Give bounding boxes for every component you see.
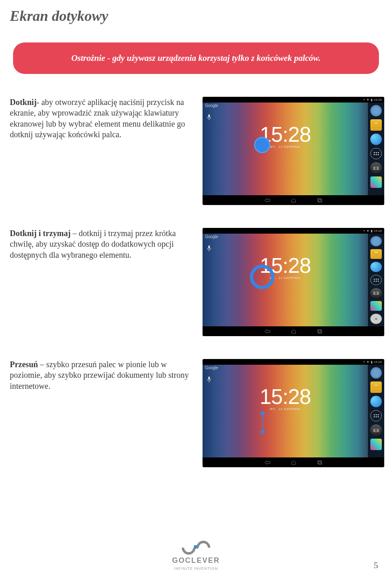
status-time: 15:28 bbox=[374, 229, 382, 233]
tap-indicator bbox=[254, 137, 270, 153]
wallpaper: Google 15:28 WT., 12 SIERPNIA bbox=[203, 365, 368, 457]
svg-rect-21 bbox=[318, 462, 322, 464]
svg-point-5 bbox=[375, 167, 377, 169]
app-dock bbox=[368, 365, 384, 457]
browser-icon[interactable] bbox=[370, 134, 382, 145]
page-number: 5 bbox=[374, 560, 378, 571]
recent-icon[interactable] bbox=[317, 329, 323, 334]
mail-icon[interactable] bbox=[370, 249, 382, 259]
gear-icon[interactable] bbox=[370, 314, 382, 324]
svg-point-13 bbox=[375, 318, 377, 320]
wallpaper: Google 15:28 WT., 12 SIERPNIA bbox=[203, 234, 368, 326]
apps-grid-icon[interactable] bbox=[370, 275, 382, 285]
status-bar: ⟡ ▼ ▮ 15:28 bbox=[203, 97, 384, 103]
bluetooth-icon: ⟡ bbox=[363, 229, 365, 233]
recent-icon[interactable] bbox=[317, 460, 323, 465]
camera-icon[interactable] bbox=[370, 424, 382, 436]
mail-icon[interactable] bbox=[370, 381, 382, 393]
google-search-label[interactable]: Google bbox=[205, 103, 218, 108]
camera-icon[interactable] bbox=[370, 236, 382, 246]
camera-icon[interactable] bbox=[370, 162, 382, 174]
home-icon[interactable] bbox=[291, 329, 296, 334]
home-icon[interactable] bbox=[291, 460, 296, 465]
clock-widget[interactable]: 15:28 WT., 12 SIERPNIA bbox=[260, 384, 311, 410]
back-icon[interactable] bbox=[265, 460, 270, 465]
voice-search-icon[interactable] bbox=[207, 245, 212, 252]
status-bar: ⟡ ▼ ▮ 15:28 bbox=[203, 228, 384, 234]
battery-icon: ▮ bbox=[371, 98, 372, 102]
hold-indicator bbox=[250, 265, 274, 289]
svg-rect-0 bbox=[208, 114, 210, 118]
logo-tagline: INFINITE INVENTION bbox=[174, 566, 218, 571]
status-bar: ⟡ ▼ ▮ 15:28 bbox=[203, 359, 384, 365]
swipe-arrow-indicator bbox=[262, 414, 263, 432]
warning-callout: Ostrożnie - gdy używasz urządzenia korzy… bbox=[13, 42, 379, 74]
svg-rect-20 bbox=[318, 461, 321, 464]
section-swipe: Przesuń – szybko przesuń palec w pionie … bbox=[7, 359, 385, 467]
navigation-bar bbox=[203, 457, 384, 467]
camera-icon[interactable] bbox=[370, 105, 382, 116]
wifi-icon: ▼ bbox=[366, 98, 370, 102]
section-hold-text: Dotknij i trzymaj – dotknij i trzymaj pr… bbox=[7, 228, 190, 260]
wifi-icon: ▼ bbox=[366, 360, 370, 364]
voice-search-icon[interactable] bbox=[207, 376, 212, 383]
gallery-icon[interactable] bbox=[370, 301, 382, 311]
back-icon[interactable] bbox=[265, 329, 270, 334]
battery-icon: ▮ bbox=[371, 360, 372, 364]
bluetooth-icon: ⟡ bbox=[363, 98, 365, 102]
voice-search-icon[interactable] bbox=[207, 114, 212, 120]
logo-mark bbox=[182, 541, 210, 555]
app-dock bbox=[368, 234, 384, 326]
section-tap-text: Dotknij- aby otworzyć aplikację naciśnij… bbox=[7, 97, 190, 140]
wallpaper: Google 15:28 WT., 12 SIERPNIA bbox=[203, 103, 368, 195]
navigation-bar bbox=[203, 326, 384, 336]
section-tap-bold: Dotknij bbox=[10, 98, 37, 107]
status-time: 15:28 bbox=[374, 360, 382, 364]
battery-icon: ▮ bbox=[371, 229, 372, 233]
svg-rect-6 bbox=[318, 198, 321, 201]
gallery-icon[interactable] bbox=[370, 439, 382, 450]
section-swipe-text: Przesuń – szybko przesuń palec w pionie … bbox=[7, 359, 190, 391]
svg-rect-7 bbox=[318, 199, 322, 202]
tablet-screenshot-swipe: ⟡ ▼ ▮ 15:28 Google 15:28 WT., 12 SIERPNI… bbox=[203, 359, 384, 467]
tablet-screenshot-hold: ⟡ ▼ ▮ 15:28 Google 15:28 WT., 12 SIERPNI… bbox=[203, 228, 384, 336]
bluetooth-icon: ⟡ bbox=[363, 360, 365, 364]
svg-rect-16 bbox=[208, 377, 210, 380]
svg-point-19 bbox=[375, 429, 377, 432]
browser-icon[interactable] bbox=[370, 396, 382, 407]
page-title: Ekran dotykowy bbox=[0, 0, 392, 25]
navigation-bar bbox=[203, 195, 384, 205]
logo-brand: GOCLEVER bbox=[172, 556, 220, 565]
gallery-icon[interactable] bbox=[370, 176, 382, 188]
svg-rect-14 bbox=[318, 330, 321, 332]
tablet-screenshot-tap: ⟡ ▼ ▮ 15:28 Google 15:28 WT., 12 SIERPNI… bbox=[203, 97, 384, 205]
clock-time: 15:28 bbox=[260, 384, 311, 409]
wifi-icon: ▼ bbox=[366, 229, 370, 233]
section-hold: Dotknij i trzymaj – dotknij i trzymaj pr… bbox=[7, 228, 385, 336]
back-icon[interactable] bbox=[265, 198, 270, 203]
warning-text: Ostrożnie - gdy używasz urządzenia korzy… bbox=[29, 53, 363, 63]
google-search-label[interactable]: Google bbox=[205, 366, 218, 370]
svg-point-11 bbox=[375, 292, 377, 294]
recent-icon[interactable] bbox=[317, 198, 323, 203]
section-swipe-bold: Przesuń bbox=[10, 360, 38, 369]
svg-rect-8 bbox=[208, 245, 210, 249]
footer-logo: GOCLEVER INFINITE INVENTION bbox=[0, 541, 392, 571]
mail-icon[interactable] bbox=[370, 119, 382, 131]
apps-grid-icon[interactable] bbox=[370, 410, 382, 421]
browser-icon[interactable] bbox=[370, 262, 382, 272]
section-tap: Dotknij- aby otworzyć aplikację naciśnij… bbox=[7, 97, 385, 205]
camera-icon[interactable] bbox=[370, 367, 382, 379]
home-icon[interactable] bbox=[291, 198, 296, 203]
google-search-label[interactable]: Google bbox=[205, 234, 218, 239]
app-dock bbox=[368, 103, 384, 195]
svg-rect-15 bbox=[318, 330, 322, 333]
status-time: 15:28 bbox=[374, 98, 382, 102]
apps-grid-icon[interactable] bbox=[370, 148, 382, 159]
section-hold-bold: Dotknij i trzymaj bbox=[10, 229, 71, 238]
camera-icon[interactable] bbox=[370, 288, 382, 298]
